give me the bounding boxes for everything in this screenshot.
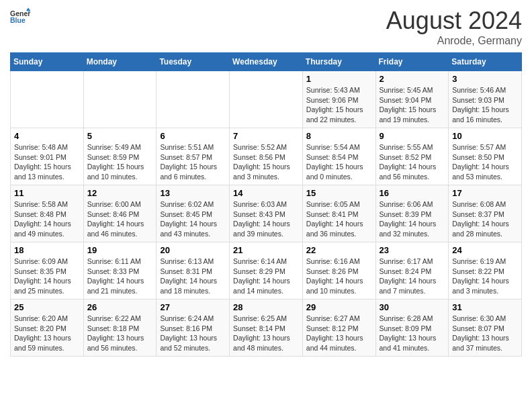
day-number: 9 [380, 131, 445, 141]
day-info: Sunrise: 6:22 AM Sunset: 8:18 PM Dayligh… [87, 314, 153, 353]
day-number: 11 [14, 188, 80, 198]
day-number: 30 [380, 302, 445, 312]
calendar-cell: 19Sunrise: 6:11 AM Sunset: 8:33 PM Dayli… [83, 242, 157, 300]
day-info: Sunrise: 6:06 AM Sunset: 8:39 PM Dayligh… [380, 199, 445, 239]
day-number: 2 [380, 74, 445, 84]
day-number: 13 [160, 188, 226, 198]
calendar-week-row: 11Sunrise: 5:58 AM Sunset: 8:48 PM Dayli… [11, 185, 522, 242]
calendar-cell: 29Sunrise: 6:27 AM Sunset: 8:12 PM Dayli… [302, 300, 375, 357]
day-info: Sunrise: 6:19 AM Sunset: 8:22 PM Dayligh… [452, 257, 518, 296]
calendar-cell [230, 71, 303, 128]
weekday-header-saturday: Saturday [449, 53, 522, 71]
day-number: 31 [452, 302, 518, 312]
calendar-cell: 20Sunrise: 6:13 AM Sunset: 8:31 PM Dayli… [157, 242, 230, 300]
day-info: Sunrise: 6:08 AM Sunset: 8:37 PM Dayligh… [452, 199, 518, 239]
day-number: 18 [14, 245, 80, 255]
day-number: 3 [452, 74, 518, 84]
day-number: 27 [160, 302, 226, 312]
calendar-cell: 11Sunrise: 5:58 AM Sunset: 8:48 PM Dayli… [11, 185, 84, 242]
day-info: Sunrise: 6:30 AM Sunset: 8:07 PM Dayligh… [452, 314, 518, 353]
day-number: 22 [306, 245, 372, 255]
header: General Blue August 2024 Anrode, Germany [10, 7, 522, 47]
day-number: 15 [306, 188, 372, 198]
calendar-cell: 13Sunrise: 6:02 AM Sunset: 8:45 PM Dayli… [157, 185, 230, 242]
calendar-cell [157, 71, 230, 128]
day-info: Sunrise: 5:54 AM Sunset: 8:54 PM Dayligh… [306, 142, 372, 182]
calendar-cell: 21Sunrise: 6:14 AM Sunset: 8:29 PM Dayli… [230, 242, 303, 300]
calendar-cell: 5Sunrise: 5:49 AM Sunset: 8:59 PM Daylig… [83, 128, 157, 185]
day-info: Sunrise: 6:20 AM Sunset: 8:20 PM Dayligh… [14, 314, 80, 353]
day-number: 5 [87, 131, 153, 141]
calendar-cell: 18Sunrise: 6:09 AM Sunset: 8:35 PM Dayli… [11, 242, 84, 300]
calendar-cell: 23Sunrise: 6:17 AM Sunset: 8:24 PM Dayli… [375, 242, 449, 300]
calendar-body: 1Sunrise: 5:43 AM Sunset: 9:06 PM Daylig… [11, 71, 522, 357]
calendar-cell: 25Sunrise: 6:20 AM Sunset: 8:20 PM Dayli… [11, 300, 84, 357]
day-info: Sunrise: 6:02 AM Sunset: 8:45 PM Dayligh… [160, 199, 226, 239]
day-info: Sunrise: 6:03 AM Sunset: 8:43 PM Dayligh… [233, 199, 299, 239]
day-number: 17 [452, 188, 518, 198]
calendar-week-row: 4Sunrise: 5:48 AM Sunset: 9:01 PM Daylig… [11, 128, 522, 185]
weekday-header-wednesday: Wednesday [230, 53, 303, 71]
day-info: Sunrise: 6:00 AM Sunset: 8:46 PM Dayligh… [87, 199, 153, 239]
day-number: 14 [233, 188, 299, 198]
weekday-header-sunday: Sunday [11, 53, 84, 71]
day-info: Sunrise: 5:45 AM Sunset: 9:04 PM Dayligh… [380, 85, 445, 125]
day-number: 12 [87, 188, 153, 198]
day-info: Sunrise: 6:16 AM Sunset: 8:26 PM Dayligh… [306, 257, 372, 296]
calendar-cell: 1Sunrise: 5:43 AM Sunset: 9:06 PM Daylig… [302, 71, 375, 128]
calendar-cell: 10Sunrise: 5:57 AM Sunset: 8:50 PM Dayli… [449, 128, 522, 185]
day-info: Sunrise: 6:17 AM Sunset: 8:24 PM Dayligh… [380, 257, 445, 296]
calendar-cell: 16Sunrise: 6:06 AM Sunset: 8:39 PM Dayli… [375, 185, 449, 242]
calendar-cell: 22Sunrise: 6:16 AM Sunset: 8:26 PM Dayli… [302, 242, 375, 300]
day-info: Sunrise: 6:14 AM Sunset: 8:29 PM Dayligh… [233, 257, 299, 296]
day-number: 7 [233, 131, 299, 141]
day-info: Sunrise: 6:24 AM Sunset: 8:16 PM Dayligh… [160, 314, 226, 353]
calendar-cell: 14Sunrise: 6:03 AM Sunset: 8:43 PM Dayli… [230, 185, 303, 242]
calendar-cell: 12Sunrise: 6:00 AM Sunset: 8:46 PM Dayli… [83, 185, 157, 242]
day-number: 4 [14, 131, 80, 141]
logo-icon: General Blue [10, 7, 30, 27]
calendar-week-row: 25Sunrise: 6:20 AM Sunset: 8:20 PM Dayli… [11, 300, 522, 357]
day-info: Sunrise: 5:58 AM Sunset: 8:48 PM Dayligh… [14, 199, 80, 239]
calendar-cell: 2Sunrise: 5:45 AM Sunset: 9:04 PM Daylig… [375, 71, 449, 128]
day-info: Sunrise: 5:57 AM Sunset: 8:50 PM Dayligh… [452, 142, 518, 182]
day-number: 21 [233, 245, 299, 255]
calendar-cell [83, 71, 157, 128]
calendar-cell: 27Sunrise: 6:24 AM Sunset: 8:16 PM Dayli… [157, 300, 230, 357]
weekday-header-monday: Monday [83, 53, 157, 71]
svg-text:Blue: Blue [10, 16, 26, 24]
logo: General Blue [10, 7, 30, 27]
calendar-cell: 28Sunrise: 6:25 AM Sunset: 8:14 PM Dayli… [230, 300, 303, 357]
weekday-header-tuesday: Tuesday [157, 53, 230, 71]
day-number: 19 [87, 245, 153, 255]
calendar-cell: 6Sunrise: 5:51 AM Sunset: 8:57 PM Daylig… [157, 128, 230, 185]
day-info: Sunrise: 6:13 AM Sunset: 8:31 PM Dayligh… [160, 257, 226, 296]
calendar-week-row: 1Sunrise: 5:43 AM Sunset: 9:06 PM Daylig… [11, 71, 522, 128]
day-info: Sunrise: 6:11 AM Sunset: 8:33 PM Dayligh… [87, 257, 153, 296]
day-info: Sunrise: 5:51 AM Sunset: 8:57 PM Dayligh… [160, 142, 226, 182]
day-number: 26 [87, 302, 153, 312]
day-number: 8 [306, 131, 372, 141]
day-number: 28 [233, 302, 299, 312]
month-year: August 2024 [386, 7, 522, 35]
weekday-header-friday: Friday [375, 53, 449, 71]
title-area: August 2024 Anrode, Germany [386, 7, 522, 47]
calendar-cell: 7Sunrise: 5:52 AM Sunset: 8:56 PM Daylig… [230, 128, 303, 185]
day-number: 25 [14, 302, 80, 312]
day-number: 23 [380, 245, 445, 255]
day-info: Sunrise: 6:09 AM Sunset: 8:35 PM Dayligh… [14, 257, 80, 296]
day-number: 29 [306, 302, 372, 312]
calendar-cell: 9Sunrise: 5:55 AM Sunset: 8:52 PM Daylig… [375, 128, 449, 185]
calendar-cell: 17Sunrise: 6:08 AM Sunset: 8:37 PM Dayli… [449, 185, 522, 242]
weekday-header-thursday: Thursday [302, 53, 375, 71]
day-info: Sunrise: 6:05 AM Sunset: 8:41 PM Dayligh… [306, 199, 372, 239]
day-info: Sunrise: 6:28 AM Sunset: 8:09 PM Dayligh… [380, 314, 445, 353]
calendar-cell: 15Sunrise: 6:05 AM Sunset: 8:41 PM Dayli… [302, 185, 375, 242]
calendar-week-row: 18Sunrise: 6:09 AM Sunset: 8:35 PM Dayli… [11, 242, 522, 300]
calendar-cell: 3Sunrise: 5:46 AM Sunset: 9:03 PM Daylig… [449, 71, 522, 128]
day-info: Sunrise: 5:55 AM Sunset: 8:52 PM Dayligh… [380, 142, 445, 182]
weekday-header-row: SundayMondayTuesdayWednesdayThursdayFrid… [11, 53, 522, 71]
day-info: Sunrise: 5:48 AM Sunset: 9:01 PM Dayligh… [14, 142, 80, 182]
day-info: Sunrise: 6:25 AM Sunset: 8:14 PM Dayligh… [233, 314, 299, 353]
calendar-cell: 24Sunrise: 6:19 AM Sunset: 8:22 PM Dayli… [449, 242, 522, 300]
